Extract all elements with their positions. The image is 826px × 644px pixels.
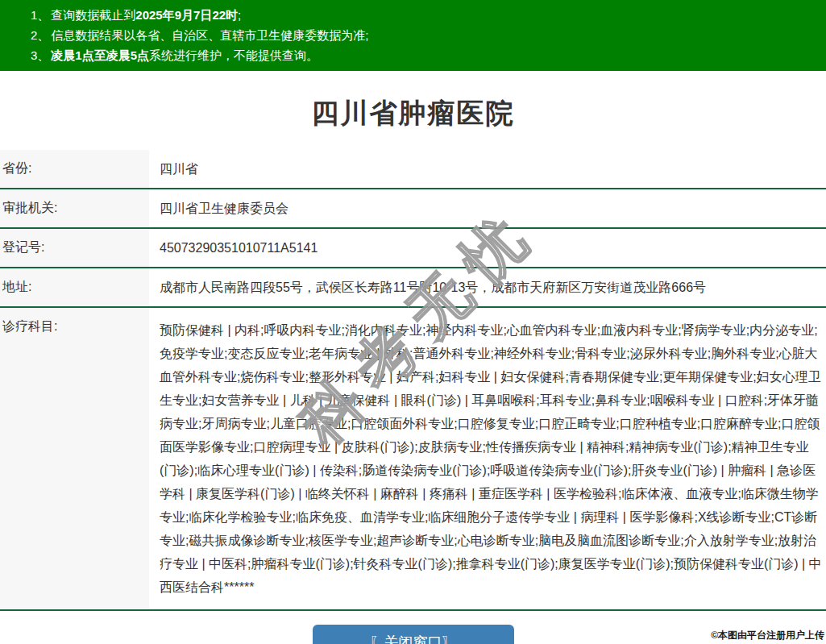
row-value: 预防保健科 | 内科;呼吸内科专业;消化内科专业;神经内科专业;心血管内科专业;… [149, 308, 826, 609]
table-row-medical-departments: 诊疗科目: 预防保健科 | 内科;呼吸内科专业;消化内科专业;神经内科专业;心血… [0, 308, 826, 611]
table-row-approval-authority: 审批机关: 四川省卫生健康委员会 [0, 189, 826, 229]
note-text: ; [238, 8, 241, 22]
row-label: 登记号: [0, 229, 149, 267]
note-text-bold: 凌晨1点至凌晨5点 [51, 48, 149, 62]
notice-item-2: 2、信息数据结果以各省、自治区、直辖市卫生健康委数据为准; [31, 25, 818, 45]
table-row-registration-number: 登记号: 45073290351010711A5141 [0, 229, 826, 268]
page-title: 四川省肿瘤医院 [0, 95, 826, 150]
note-number: 2、 [31, 28, 49, 42]
row-value: 45073290351010711A5141 [149, 229, 826, 267]
row-label: 地址: [0, 268, 149, 306]
note-text: 查询数据截止到 [51, 8, 135, 22]
notice-item-1: 1、查询数据截止到2025年9月7日22时; [31, 5, 818, 25]
notice-item-3: 3、凌晨1点至凌晨5点系统进行维护，不能提供查询。 [31, 45, 818, 65]
hospital-info-table: 省份: 四川省 审批机关: 四川省卫生健康委员会 登记号: 4507329035… [0, 150, 826, 611]
row-value: 成都市人民南路四段55号，武侯区长寿路11号附10-13号，成都市天府新区万安街… [149, 268, 826, 306]
note-number: 1、 [31, 8, 49, 22]
row-label: 诊疗科目: [0, 308, 149, 609]
table-row-province: 省份: 四川省 [0, 150, 826, 189]
close-window-button[interactable]: 〖关闭窗口〗 [313, 625, 514, 644]
row-label: 审批机关: [0, 189, 149, 227]
note-text: 信息数据结果以各省、自治区、直辖市卫生健康委数据为准; [51, 28, 368, 42]
row-label: 省份: [0, 150, 149, 188]
row-value: 四川省 [149, 150, 826, 188]
note-number: 3、 [31, 48, 49, 62]
notice-banner: 1、查询数据截止到2025年9月7日22时; 2、信息数据结果以各省、自治区、直… [0, 0, 826, 71]
button-bar: 〖关闭窗口〗 [0, 625, 826, 644]
copyright-note: ©本图由平台注册用户上传 [711, 629, 824, 642]
note-text: 系统进行维护，不能提供查询。 [149, 48, 318, 62]
row-value: 四川省卫生健康委员会 [149, 189, 826, 227]
table-row-address: 地址: 成都市人民南路四段55号，武侯区长寿路11号附10-13号，成都市天府新… [0, 268, 826, 308]
note-text-bold: 2025年9月7日22时 [135, 8, 238, 22]
